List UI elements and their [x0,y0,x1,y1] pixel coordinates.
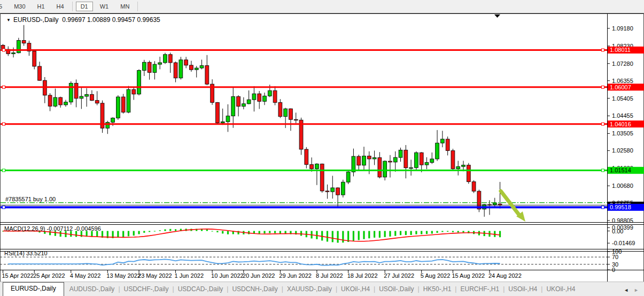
candle-body [462,165,465,166]
candle-body [179,60,183,78]
tab-UKOil-H4[interactable]: UKOil-,H4 [338,283,373,296]
period-button-H1[interactable]: H1 [33,2,50,11]
tab-AUDUSD-Daily[interactable]: AUDUSD-,Daily [66,283,118,296]
candle-body [389,161,392,162]
tab-USOil-Daily[interactable]: USOil-,Daily [376,283,417,296]
candle-body [284,109,288,117]
candle-body [446,139,449,150]
candle-body [90,95,94,101]
candle-body [305,149,308,164]
line-drag-handle[interactable] [602,206,604,209]
timeframe-toolbar: 5M30H1H4D1W1MN [0,0,644,13]
candle-body [415,153,418,168]
period-button-M30[interactable]: M30 [9,2,30,11]
date-axis-label: 25 Apr 2022 [33,272,65,279]
level-price-label: 0.99518 [610,204,631,210]
rsi-axis-label: 0 [612,267,615,273]
candle-body [200,66,204,68]
candle-body [367,156,371,159]
tab-scroll-left-icon[interactable]: ◄ [624,287,629,293]
price-axis-tick-label: 1.07280 [612,60,633,67]
candle-body [237,96,240,106]
date-axis-label: 15 Apr 2022 [2,272,34,279]
price-axis-tick-label: 1.04455 [612,112,633,119]
candle-body [399,150,402,157]
candle-body [111,118,115,122]
tab-scroll-arrows: ◄► [620,287,644,296]
date-axis-label: 10 Jun 2022 [211,272,244,279]
candle-body [12,53,15,54]
period-button-W1[interactable]: W1 [95,2,114,11]
candle-body [378,158,382,177]
period-button-5[interactable]: 5 [0,2,7,11]
tab-USDCHF-Daily[interactable]: USDCHF-,Daily [121,283,172,296]
macd-axis-label: 0.00 [612,228,623,234]
price-axis-tick-label: 1.03505 [612,130,633,136]
candle-body [195,68,198,70]
candle-body [190,65,193,70]
candle-body [373,158,376,159]
tab-EURCHF-H1[interactable]: EURCHF-,H1 [457,283,502,296]
rsi-axis-label: 70 [612,254,618,260]
price-chart[interactable]: 1.091801.082301.072801.063551.054051.044… [0,0,644,296]
candle-body [362,156,366,165]
candle-body [289,109,293,119]
date-axis-label: 4 May 2022 [70,272,100,279]
tab-USDCAD-Daily[interactable]: USDCAD-,Daily [175,283,227,296]
candle-body [456,166,460,169]
candle-body [430,159,434,163]
symbol-tab-bar: EURUSD-,DailyAUDUSD-,Daily|USDCHF-,Daily… [0,282,644,296]
tab-UKOil-H4[interactable]: UKOil-,H4 [543,283,578,296]
line-drag-handle[interactable] [602,169,604,172]
tab-USOil-H4[interactable]: USOil-,H4 [505,283,540,296]
price-axis-tick-label: 0.98805 [612,217,633,224]
price-axis-tick-label: 1.00680 [612,183,633,189]
candle-body [33,51,36,66]
line-drag-handle[interactable] [602,49,604,51]
candle-body [493,203,496,204]
line-drag-handle[interactable] [3,49,5,51]
tab-XAUUSD-Daily[interactable]: XAUUSD-,Daily [284,283,335,296]
line-drag-handle[interactable] [602,123,604,125]
period-button-D1[interactable]: D1 [76,2,93,11]
tab-scroll-right-icon[interactable]: ► [634,287,639,293]
line-drag-handle[interactable] [3,169,5,172]
candle-body [168,55,172,63]
candle-body [164,55,167,63]
chart-window-bg [0,13,644,282]
candle-body [467,165,470,181]
candle-body [252,94,256,100]
period-button-H4[interactable]: H4 [52,2,69,11]
candle-body [106,122,110,128]
candle-body [174,63,177,78]
candle-body [346,172,350,182]
line-drag-handle[interactable] [602,86,604,88]
candle-body [336,188,340,195]
candle-body [1,45,5,49]
line-drag-handle[interactable] [3,86,5,88]
date-axis-label: 23 May 2022 [138,272,172,279]
candle-body [331,188,335,192]
tab-USDCNH-Daily[interactable]: USDCNH-,Daily [229,283,281,296]
candle-body [95,101,99,103]
candle-body [425,163,429,165]
period-button-MN[interactable]: MN [115,2,134,11]
date-axis-label: 1 Jun 2022 [175,272,204,279]
candle-body [127,89,130,112]
tab-HK50-H1[interactable]: HK50-,H1 [420,283,455,296]
candle-body [80,96,83,98]
candle-body [121,97,125,112]
line-drag-handle[interactable] [3,123,5,125]
candle-body [436,143,439,159]
candle-body [315,164,319,169]
tab-EURUSD-Daily[interactable]: EURUSD-,Daily [3,282,64,296]
candle-body [341,182,345,195]
candle-body [440,139,444,143]
price-axis-tick-label: 1.02580 [612,147,633,154]
line-drag-handle[interactable] [3,206,5,209]
candle-body [258,94,261,101]
candle-body [325,191,329,192]
candle-body [116,97,120,118]
candle-body [158,63,162,64]
candle-body [85,95,89,96]
